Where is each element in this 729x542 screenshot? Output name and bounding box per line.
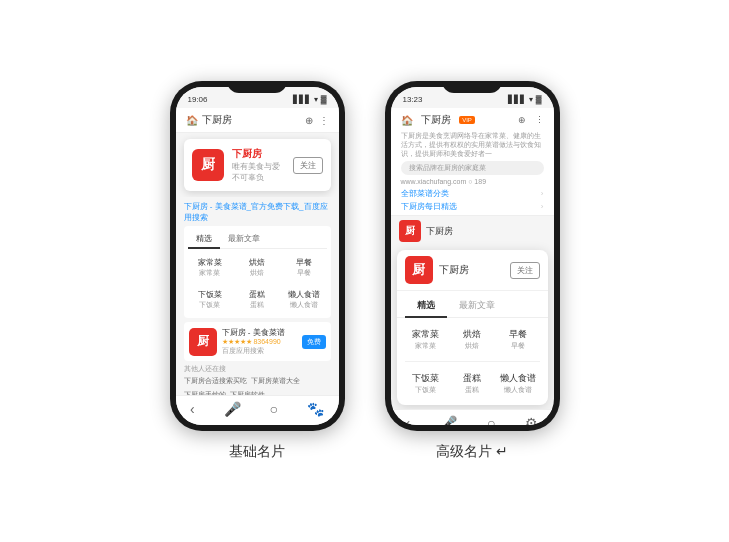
- grid-item-6[interactable]: 懒人食谱 懒人食谱: [282, 285, 326, 314]
- adv-category-grid: 家常菜 家常菜 烘焙 烘焙 早餐 早餐: [397, 318, 548, 361]
- advanced-phone: 13:23 ▋▋▋ ▾ ▓ 🏠 下厨房 VIP: [385, 81, 560, 431]
- adv-grid-item-3[interactable]: 早餐 早餐: [497, 324, 539, 355]
- grid-item-2[interactable]: 烘焙 烘焙: [235, 253, 279, 282]
- advanced-label: 高级名片 ↵: [436, 443, 508, 461]
- adv-grid-item-6[interactable]: 懒人食谱 懒人食谱: [497, 368, 539, 399]
- grid-item-1-sub: 家常菜: [190, 268, 230, 278]
- phone-notch-adv: [442, 81, 502, 93]
- adv-bottom-nav: ‹ 🎤 ○ ⚙: [391, 409, 554, 425]
- adv-desc-text: 下厨房是美食烹调网络导在家常菜、健康的生活方式，提供有权权的实用菜谱做法与饮食知…: [391, 131, 554, 158]
- adv-card-popup: 厨 下厨房 关注 精选 最新文章: [397, 250, 548, 405]
- basic-time: 19:06: [188, 95, 208, 104]
- adv-more-icon[interactable]: ⋮: [535, 115, 544, 125]
- adv-vip-badge: VIP: [459, 116, 475, 124]
- basic-app-stars: ★★★★★ 8364990: [222, 338, 297, 346]
- grid-item-1[interactable]: 家常菜 家常菜: [188, 253, 232, 282]
- basic-phone: 19:06 ▋▋▋ ▾ ▓ 🏠 下厨房 ⊕ ⋮: [170, 81, 345, 431]
- adv-follow-btn[interactable]: 关注: [510, 262, 540, 279]
- basic-screen: 19:06 ▋▋▋ ▾ ▓ 🏠 下厨房 ⊕ ⋮: [176, 87, 339, 425]
- basic-tab-latest[interactable]: 最新文章: [220, 230, 268, 248]
- grid-item-1-main: 家常菜: [190, 257, 230, 268]
- grid-item-3-main: 早餐: [284, 257, 324, 268]
- adv-grid-2-main: 烘焙: [453, 328, 491, 341]
- basic-app-info: 下厨房 - 美食菜谱 ★★★★★ 8364990 百度应用搜索: [222, 327, 297, 356]
- grid-item-3-sub: 早餐: [284, 268, 324, 278]
- adv-tab-latest[interactable]: 最新文章: [447, 295, 507, 317]
- adv-grid-3-main: 早餐: [499, 328, 537, 341]
- grid-item-4-sub: 下饭菜: [190, 300, 230, 310]
- search-circle-icon[interactable]: ⊕: [305, 115, 313, 126]
- adv-nav-link-1[interactable]: 全部菜谱分类 ›: [401, 188, 544, 199]
- adv-grid-item-2[interactable]: 烘焙 烘焙: [451, 324, 493, 355]
- page-container: 19:06 ▋▋▋ ▾ ▓ 🏠 下厨房 ⊕ ⋮: [150, 61, 580, 481]
- adv-battery-icon: ▓: [536, 95, 542, 104]
- tag-1[interactable]: 下厨房合适搜索买吃: [184, 376, 247, 386]
- more-icon[interactable]: ⋮: [319, 115, 329, 126]
- adv-nav-link-2[interactable]: 下厨房每日精选 ›: [401, 201, 544, 212]
- grid-item-5-sub: 蛋糕: [237, 300, 277, 310]
- adv-back-icon[interactable]: ‹: [405, 415, 410, 425]
- adv-search-bar[interactable]: 搜索品牌在厨房的家庭菜: [401, 161, 544, 175]
- basic-follow-btn[interactable]: 关注: [293, 157, 323, 174]
- adv-small-logo: 厨: [399, 220, 421, 242]
- adv-card-logo: 厨: [405, 256, 433, 284]
- adv-mic-icon[interactable]: 🎤: [440, 415, 457, 425]
- basic-tab-bar: 精选 最新文章: [188, 230, 327, 249]
- grid-item-4[interactable]: 下饭菜 下饭菜: [188, 285, 232, 314]
- adv-link: www.xiachufang.com ○ 189: [401, 178, 487, 185]
- mic-icon[interactable]: 🎤: [224, 401, 241, 417]
- basic-card-popup: 厨 下厨房 唯有美食与爱不可辜负 关注: [184, 139, 331, 191]
- adv-card-header: 厨 下厨房 关注: [397, 250, 548, 291]
- adv-settings-icon[interactable]: ⚙: [525, 415, 538, 425]
- grid-item-5-main: 蛋糕: [237, 289, 277, 300]
- phone-notch-basic: [227, 81, 287, 93]
- battery-icon: ▓: [321, 95, 327, 104]
- basic-card-info: 下厨房 唯有美食与爱不可辜负: [232, 147, 285, 183]
- basic-phone-wrapper: 19:06 ▋▋▋ ▾ ▓ 🏠 下厨房 ⊕ ⋮: [170, 81, 345, 461]
- adv-small-name: 下厨房: [426, 225, 453, 238]
- adv-status-right: ▋▋▋ ▾ ▓: [508, 95, 542, 104]
- basic-app-name: 下厨房 - 美食菜谱: [222, 327, 297, 338]
- basic-app-source: 百度应用搜索: [222, 346, 297, 356]
- basic-card-logo: 厨: [192, 149, 224, 181]
- grid-item-5[interactable]: 蛋糕 蛋糕: [235, 285, 279, 314]
- tag-2[interactable]: 下厨房菜谱大全: [251, 376, 300, 386]
- adv-grid-item-4[interactable]: 下饭菜 下饭菜: [405, 368, 447, 399]
- basic-dl-btn[interactable]: 免费: [302, 335, 326, 349]
- adv-signal-icon: ▋▋▋: [508, 95, 526, 104]
- adv-search-icon[interactable]: ⊕: [518, 115, 526, 125]
- grid-item-6-sub: 懒人食谱: [284, 300, 324, 310]
- basic-grid: 家常菜 家常菜 烘焙 烘焙 早餐 早餐: [188, 253, 327, 314]
- adv-app-title: 下厨房: [421, 113, 456, 127]
- phones-row: 19:06 ▋▋▋ ▾ ▓ 🏠 下厨房 ⊕ ⋮: [170, 81, 560, 461]
- adv-card-name: 下厨房: [439, 263, 504, 277]
- adv-small-logo-row: 厨 下厨房: [391, 216, 554, 246]
- adv-nav-links: 全部菜谱分类 › 下厨房每日精选 ›: [391, 188, 554, 216]
- basic-category-grid: 精选 最新文章 家常菜 家常菜 烘焙 烘焙: [184, 226, 331, 318]
- adv-grid-item-5[interactable]: 蛋糕 蛋糕: [451, 368, 493, 399]
- basic-status-right: ▋▋▋ ▾ ▓: [293, 95, 327, 104]
- paw-icon[interactable]: 🐾: [307, 401, 324, 417]
- basic-label: 基础名片: [229, 443, 285, 461]
- advanced-screen: 13:23 ▋▋▋ ▾ ▓ 🏠 下厨房 VIP: [391, 87, 554, 425]
- basic-search-results: 下厨房 - 美食菜谱_官方免费下载_百度应用搜索 精选 最新文章 家常菜 家常菜: [176, 197, 339, 395]
- adv-grid-1-main: 家常菜: [407, 328, 445, 341]
- adv-grid-item-1[interactable]: 家常菜 家常菜: [405, 324, 447, 355]
- adv-grid-5-main: 蛋糕: [453, 372, 491, 385]
- adv-tab-select[interactable]: 精选: [405, 295, 447, 318]
- basic-app-header: 🏠 下厨房 ⊕ ⋮: [176, 108, 339, 133]
- grid-item-3[interactable]: 早餐 早餐: [282, 253, 326, 282]
- basic-header-actions: ⊕ ⋮: [305, 115, 329, 126]
- adv-grid-4-main: 下饭菜: [407, 372, 445, 385]
- adv-grid-1-sub: 家常菜: [407, 341, 445, 351]
- adv-grid-5-sub: 蛋糕: [453, 385, 491, 395]
- basic-tab-select[interactable]: 精选: [188, 230, 220, 249]
- search-tags: 下厨房合适搜索买吃 下厨房菜谱大全 下厨房手炒的 下厨房软件: [184, 376, 331, 395]
- adv-link-row: www.xiachufang.com ○ 189: [391, 178, 554, 188]
- basic-card-name: 下厨房: [232, 147, 285, 161]
- adv-home-btn-icon[interactable]: ○: [487, 415, 495, 425]
- grid-item-2-main: 烘焙: [237, 257, 277, 268]
- back-icon[interactable]: ‹: [190, 401, 195, 417]
- adv-time: 13:23: [403, 95, 423, 104]
- home-btn-icon[interactable]: ○: [270, 401, 278, 417]
